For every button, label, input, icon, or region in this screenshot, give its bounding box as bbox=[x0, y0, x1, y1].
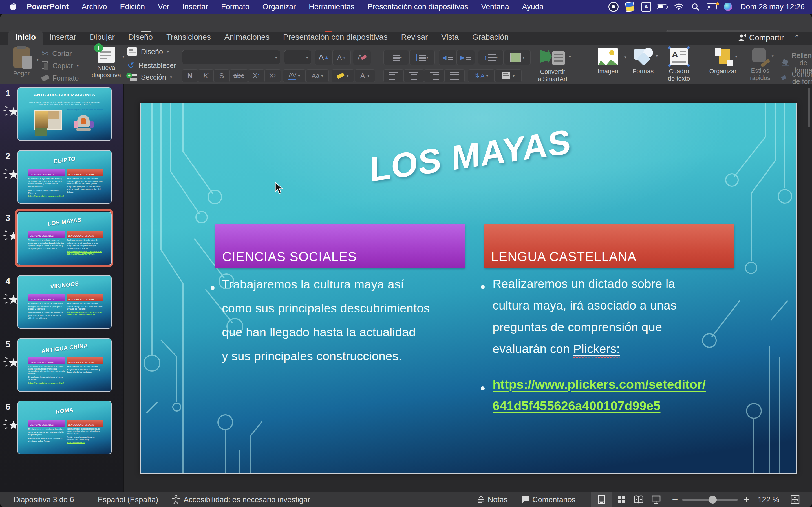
insert-shapes-button[interactable]: ▾ Formas bbox=[627, 48, 659, 75]
menu-ventana[interactable]: Ventana bbox=[475, 3, 516, 11]
section-button[interactable]: + Sección▾ bbox=[128, 73, 172, 81]
line-spacing-button[interactable]: ↕▾ bbox=[478, 50, 504, 65]
font-size-combo[interactable]: ▾ bbox=[284, 50, 311, 64]
screen-record-icon[interactable] bbox=[607, 2, 620, 12]
menu-presentacion[interactable]: Presentación con diapositivas bbox=[361, 3, 474, 11]
collapse-ribbon-chevron[interactable]: ⌃ bbox=[794, 34, 800, 42]
wifi-icon[interactable] bbox=[673, 2, 685, 12]
shrink-font-button[interactable]: A▼ bbox=[333, 50, 351, 65]
slide-thumbnail-6[interactable]: ROMA CIENCIAS SOCIALES Realizaremos un e… bbox=[17, 401, 112, 454]
normal-view-button[interactable] bbox=[591, 492, 612, 507]
spotlight-search-icon[interactable] bbox=[689, 2, 702, 12]
menu-organizar[interactable]: Organizar bbox=[256, 3, 303, 11]
thumb-1-animation-star[interactable] bbox=[4, 106, 19, 118]
align-center-button[interactable] bbox=[404, 69, 424, 82]
thumb-2-animation-star[interactable] bbox=[4, 169, 19, 181]
reset-slide-button[interactable]: ↺ Restablecer bbox=[128, 60, 176, 70]
cut-button[interactable]: ✂Cortar bbox=[42, 48, 72, 58]
comments-toggle[interactable]: Comentarios bbox=[532, 496, 575, 504]
menu-insertar[interactable]: Insertar bbox=[176, 3, 215, 11]
menu-herramientas[interactable]: Herramientas bbox=[302, 3, 361, 11]
clear-formatting-button[interactable]: A bbox=[353, 50, 371, 65]
zoom-in-button[interactable]: + bbox=[743, 494, 749, 506]
vertical-scrollbar[interactable] bbox=[808, 88, 810, 127]
menu-clock[interactable]: Dom 28 may 12:26 bbox=[741, 3, 805, 11]
slide-title[interactable]: LOS MAYAS bbox=[336, 117, 605, 194]
increase-indent-button[interactable]: ▶ bbox=[457, 50, 475, 65]
tab-insertar[interactable]: Insertar bbox=[43, 31, 83, 45]
tab-inicio[interactable]: Inicio bbox=[8, 31, 43, 45]
reading-view-button[interactable] bbox=[633, 496, 644, 504]
plickers-link[interactable]: https://www.plickers.com/seteditor/ bbox=[493, 377, 706, 392]
menu-edicion[interactable]: Edición bbox=[114, 3, 152, 11]
tab-transiciones[interactable]: Transiciones bbox=[160, 31, 218, 45]
tab-dibujar[interactable]: Dibujar bbox=[83, 31, 121, 45]
zoom-slider-knob[interactable] bbox=[709, 496, 717, 504]
menu-ayuda[interactable]: Ayuda bbox=[516, 3, 550, 11]
underline-button[interactable]: S bbox=[214, 69, 230, 82]
zoom-level[interactable]: 122 % bbox=[758, 496, 779, 504]
insert-image-button[interactable]: Imagen ▾ bbox=[591, 48, 625, 75]
fit-to-window-button[interactable] bbox=[791, 495, 800, 504]
keyboard-layout-icon[interactable]: A bbox=[640, 2, 652, 12]
lengua-castellana-box[interactable]: LENGUA CASTELLANA bbox=[485, 224, 734, 268]
justify-button[interactable] bbox=[444, 69, 465, 82]
superscript-button[interactable]: X2 bbox=[248, 69, 264, 82]
zoom-slider[interactable] bbox=[682, 499, 738, 501]
control-center-icon[interactable] bbox=[705, 2, 718, 12]
align-text-button[interactable]: ▾ bbox=[495, 69, 522, 82]
character-spacing-button[interactable]: AV▾ bbox=[283, 69, 306, 82]
battery-icon[interactable] bbox=[656, 2, 669, 12]
align-right-button[interactable] bbox=[424, 69, 444, 82]
slide-thumbnail-3[interactable]: LOS MAYAS CIENCIAS SOCIALES Trabajaremos… bbox=[17, 212, 112, 265]
slide-3-canvas[interactable]: LOS MAYAS CIENCIAS SOCIALES Trabajaremos… bbox=[140, 103, 797, 474]
numbering-button[interactable]: ▾ bbox=[409, 50, 435, 65]
tab-grabacion[interactable]: Grabación bbox=[465, 31, 515, 45]
format-painter-button[interactable]: Formato bbox=[42, 74, 79, 82]
shape-outline-button[interactable]: Contorno de forma▾ bbox=[781, 70, 812, 85]
new-slide-button[interactable]: + Nuevadiapositiva ▾ bbox=[91, 47, 122, 79]
slide-layout-button[interactable]: Diseño▾ bbox=[128, 47, 169, 56]
align-left-button[interactable] bbox=[384, 69, 404, 82]
slide-thumbnail-4[interactable]: VIKINGOS CIENCIAS SOCIALES Estudiaremos … bbox=[17, 275, 112, 329]
zoom-out-button[interactable]: − bbox=[672, 494, 678, 506]
tab-presentacion[interactable]: Presentación con diapositivas bbox=[276, 31, 394, 45]
grow-font-button[interactable]: A▲ bbox=[315, 50, 333, 65]
tab-revisar[interactable]: Revisar bbox=[394, 31, 435, 45]
text-direction-button[interactable]: ⇅A▾ bbox=[468, 69, 495, 82]
thumb-5-animation-star[interactable] bbox=[4, 357, 19, 369]
plickers-link-line2[interactable]: 641d5f455626a400107d99e5 bbox=[493, 399, 661, 413]
italic-button[interactable]: K bbox=[198, 69, 214, 82]
tab-diseno[interactable]: Diseño bbox=[121, 31, 160, 45]
bullets-button[interactable]: ▾ bbox=[384, 50, 409, 65]
change-case-button[interactable]: Aa▾ bbox=[306, 69, 329, 82]
menu-archivo[interactable]: Archivo bbox=[75, 3, 114, 11]
thumb-4-animation-star[interactable] bbox=[4, 294, 19, 306]
convert-to-smartart-button[interactable]: ▾ Convertira SmartArt bbox=[527, 48, 578, 83]
copy-button[interactable]: Copiar▾ bbox=[42, 61, 79, 70]
share-button[interactable]: Compartir ⌃ bbox=[738, 33, 800, 42]
paste-button[interactable]: Pegar ▾ bbox=[7, 47, 36, 77]
slide-thumbnail-5[interactable]: ANTIGUA CHINA CIENCIAS SOCIALES Estudiar… bbox=[17, 338, 112, 392]
menu-formato[interactable]: Formato bbox=[214, 3, 256, 11]
ciencias-sociales-box[interactable]: CIENCIAS SOCIALES bbox=[215, 224, 465, 268]
menu-ver[interactable]: Ver bbox=[151, 3, 176, 11]
menu-app-name[interactable]: PowerPoint bbox=[20, 3, 75, 11]
apple-menu-icon[interactable] bbox=[8, 2, 20, 12]
slide-thumbnail-2[interactable]: EGIPTO CIENCIAS SOCIALES Estudiaremos Eg… bbox=[17, 150, 112, 204]
quick-styles-button[interactable]: ▾ Estilosrápidos bbox=[743, 48, 777, 82]
subscript-button[interactable]: X2 bbox=[264, 69, 281, 82]
text-highlight-button[interactable]: ▾ bbox=[332, 69, 354, 82]
notes-toggle[interactable]: Notas bbox=[488, 496, 508, 504]
slideshow-view-button[interactable] bbox=[652, 496, 661, 504]
slide-position[interactable]: Diapositiva 3 de 6 bbox=[13, 496, 74, 504]
arrange-button[interactable]: ▾ Organizar bbox=[706, 48, 740, 75]
thumb-6-animation-star[interactable] bbox=[4, 419, 19, 432]
slide-thumbnail-1[interactable]: ANTIGUAS CIVILIZACIONES VAMOS A REALIZAR… bbox=[17, 87, 112, 141]
siri-icon[interactable] bbox=[722, 2, 734, 12]
slide-sorter-view-button[interactable] bbox=[617, 496, 626, 504]
decrease-indent-button[interactable]: ◀ bbox=[439, 50, 457, 65]
bold-button[interactable]: N bbox=[182, 69, 198, 82]
columns-button[interactable]: ▾ bbox=[504, 50, 530, 65]
tab-vista[interactable]: Vista bbox=[435, 31, 465, 45]
